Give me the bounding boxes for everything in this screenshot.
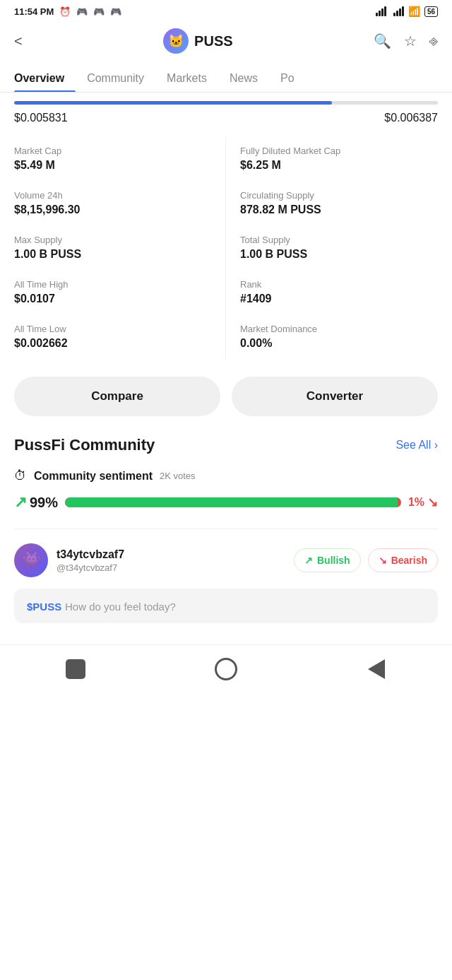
page-title: 🐱 PUSS [163,28,232,54]
search-icon[interactable]: 🔍 [374,33,391,49]
sentiment-input-container: $PUSS How do you feel today? [14,589,438,623]
community-header: PussFi Community See All › [14,436,438,454]
user-handle: @t34ytcvbzaf7 [56,562,124,573]
user-details: t34ytcvbzaf7 @t34ytcvbzaf7 [56,548,124,573]
coin-avatar: 🐱 [163,28,189,54]
user-name: t34ytcvbzaf7 [56,548,124,561]
bull-btn-icon: ↗ [304,555,313,566]
sentiment-row: ⏱ Community sentiment 2K votes [14,468,438,483]
home-button[interactable] [63,656,88,682]
bullish-button[interactable]: ↗ Bullish [294,548,361,572]
bull-percentage: ↗ 99% [14,493,58,512]
triangle-icon [368,659,385,679]
stat-market-cap: Market Cap $5.49 M [14,137,226,182]
price-row: $0.005831 $0.006387 [0,105,452,137]
stat-rank: Rank #1409 [226,271,438,315]
bull-arrow-icon: ↗ [14,493,27,512]
see-all-link[interactable]: See All › [396,439,438,451]
gauge-icon: ⏱ [14,468,27,483]
circle-icon [215,658,237,680]
alarm-icon: ⏰ [59,6,71,17]
gaming-icon3: 🎮 [110,6,121,17]
tab-community[interactable]: Community [76,64,155,92]
status-bar: 11:54 PM ⏰ 🎮 🎮 🎮 📶 56 [0,0,452,21]
top-nav: < 🐱 PUSS 🔍 ☆ ⎆ [0,21,452,64]
stat-total-supply: Total Supply 1.00 B PUSS [226,226,438,271]
sentiment-bar-track [65,497,401,507]
back-nav-button[interactable] [213,656,239,682]
bear-percentage: 1% ↘ [408,495,438,510]
converter-button[interactable]: Converter [232,377,438,416]
section-divider [14,529,438,529]
user-info: 👾 t34ytcvbzaf7 @t34ytcvbzaf7 [14,543,124,577]
star-icon[interactable]: ☆ [404,33,417,49]
back-button[interactable]: < [14,33,23,49]
tab-bar: Overview Community Markets News Po [0,64,452,93]
recent-apps-button[interactable] [364,656,389,682]
share-icon[interactable]: ⎆ [429,33,438,49]
bear-btn-icon: ↘ [379,555,387,566]
nav-actions: 🔍 ☆ ⎆ [374,33,438,49]
tab-portfolio[interactable]: Po [269,64,306,92]
bear-arrow-icon: ↘ [427,495,438,510]
stat-dominance: Market Dominance 0.00% [226,315,438,360]
stats-grid: Market Cap $5.49 M Fully Diluted Market … [0,137,452,360]
wifi-icon: 📶 [408,6,420,17]
signal-bars [376,6,386,16]
stat-circulating-supply: Circulating Supply 878.82 M PUSS [226,182,438,226]
bottom-nav [0,644,452,696]
sentiment-bar-row: ↗ 99% 1% ↘ [14,493,438,512]
action-buttons: Compare Converter [0,360,452,436]
square-icon [66,659,85,679]
price-high: $0.006387 [384,112,438,124]
stat-volume: Volume 24h $8,15,996.30 [14,182,226,226]
votes-count: 2K votes [160,471,196,481]
stat-fully-diluted: Fully Diluted Market Cap $6.25 M [226,137,438,182]
tab-news[interactable]: News [218,64,269,92]
community-title: PussFi Community [14,436,155,454]
sentiment-label: Community sentiment [34,470,153,483]
sentiment-bar-fill [65,497,398,507]
compare-button[interactable]: Compare [14,377,220,416]
price-range-bar [0,93,452,105]
stat-ath: All Time High $0.0107 [14,271,226,315]
tab-markets[interactable]: Markets [155,64,218,92]
bearish-button[interactable]: ↘ Bearish [368,548,438,572]
gaming-icon2: 🎮 [93,6,105,17]
status-time: 11:54 PM [14,6,54,17]
stat-max-supply: Max Supply 1.00 B PUSS [14,226,226,271]
tab-overview[interactable]: Overview [14,64,76,92]
signal-bars2 [393,6,404,16]
sentiment-input[interactable] [14,589,438,623]
vote-buttons: ↗ Bullish ↘ Bearish [294,548,438,572]
avatar: 👾 [14,543,48,577]
gaming-icon: 🎮 [76,6,88,17]
coin-name: PUSS [194,33,232,49]
user-row: 👾 t34ytcvbzaf7 @t34ytcvbzaf7 ↗ Bullish ↘… [14,543,438,577]
battery-indicator: 56 [424,6,438,17]
stat-atl: All Time Low $0.002662 [14,315,226,360]
community-section: PussFi Community See All › ⏱ Community s… [0,436,452,623]
price-low: $0.005831 [14,112,68,124]
